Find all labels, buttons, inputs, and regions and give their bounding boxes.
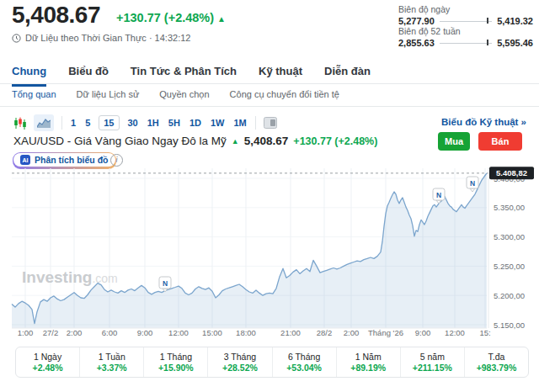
perf-label: 1 Tuần [99, 352, 125, 362]
chart-title: XAU/USD - Giá Vàng Giao Ngay Đô la Mỹ [13, 135, 227, 147]
news-marker-letter: N [163, 279, 168, 288]
timeframe-1[interactable]: 1 [70, 116, 77, 130]
perf-label: 6 Tháng [288, 352, 320, 362]
chart-price-change: +130.77 (+2.48%) [293, 135, 377, 147]
subtab-quyen-chon[interactable]: Quyền chọn [159, 89, 209, 105]
time-axis-label: 2:00 [67, 328, 83, 337]
tabs-divider [0, 83, 539, 84]
perf-value: +3.37% [97, 363, 127, 373]
day-range: Biên độ ngày 5,277.90 5,419.32 [398, 4, 533, 26]
area-chart-type-button[interactable] [34, 114, 54, 131]
clock-icon [12, 34, 21, 43]
watermark: Investing.com [22, 268, 118, 286]
toolbar-divider-2 [255, 116, 256, 130]
sell-button[interactable]: Bán [478, 132, 522, 151]
perf-max[interactable]: T.đa +983.79% [464, 347, 528, 377]
realtime-row: Dữ Liệu theo Thời Gian Thực · 14:32:12 [12, 33, 190, 43]
performance-table: 1 Ngày +2.48% 1 Tuần +3.37% 1 Tháng +15.… [15, 347, 529, 378]
week52-range-label: Biên độ 52 tuần [398, 26, 533, 36]
perf-label: 1 Năm [355, 352, 382, 362]
time-axis-label: 12:00 [168, 328, 189, 337]
timeframe-15[interactable]: 15 [99, 115, 119, 130]
last-price: 5,408.67 [12, 2, 100, 29]
time-axis-label: 28/2 [317, 328, 333, 337]
chart-last-price: 5,408.67 [244, 135, 289, 147]
week52-range-marker [487, 40, 488, 45]
day-range-slider [440, 21, 492, 22]
perf-value: +211.15% [413, 363, 452, 373]
time-axis-label: 1:00 [18, 328, 34, 337]
price-axis-label: 5.250,00 [494, 262, 525, 271]
time-axis-label: 18:00 [236, 328, 256, 337]
perf-value: +89.19% [350, 363, 386, 373]
perf-label: T.đa [488, 352, 505, 362]
time-axis-label: 9:00 [415, 328, 431, 337]
perf-value: +2.48% [33, 363, 63, 373]
time-axis-label: 12:00 [445, 328, 465, 337]
chart-toolbar: 1 5 15 30 1H 5H 1D 1W 1M [13, 113, 277, 133]
perf-label: 1 Tháng [160, 352, 192, 362]
price-chart[interactable]: Investing.com5.400,005.350,005.300,005.2… [0, 165, 539, 343]
price-axis-label: 5.150,00 [494, 320, 525, 330]
chart-up-arrow-icon: ▲ [232, 137, 239, 146]
chart-title-row: XAU/USD - Giá Vàng Giao Ngay Đô la Mỹ ▲ … [13, 135, 377, 147]
perf-value: +983.79% [477, 363, 517, 373]
perf-label: 3 Tháng [224, 352, 256, 362]
subtab-tong-quan[interactable]: Tổng quan [12, 89, 56, 105]
price-axis-label: 5.300,00 [494, 232, 525, 241]
perf-label: 1 Ngày [34, 352, 61, 362]
price-change-text: +130.77 (+2.48%) [116, 11, 214, 24]
time-axis-label: 15: [479, 328, 490, 337]
last-price-tag-label: 5.408,82 [496, 168, 527, 177]
ai-icon: AI [20, 155, 30, 165]
gold-quote-page: 5,408.67 +130.77 (+2.48%)▲ Dữ Liệu theo … [0, 0, 539, 392]
news-marker-letter: N [470, 179, 475, 188]
week52-range-high: 5,595.46 [497, 38, 533, 48]
up-arrow-icon: ▲ [217, 14, 226, 24]
time-axis-label: 9:00 [137, 328, 153, 337]
subtab-cong-cu-chuyen-doi[interactable]: Công cụ chuyển đổi tiền tệ [230, 89, 339, 105]
day-range-high: 5,419.32 [497, 16, 533, 26]
news-marker-letter: N [436, 191, 441, 199]
timeframe-30[interactable]: 30 [127, 116, 139, 130]
realtime-label: Dữ Liệu theo Thời Gian Thực · 14:32:12 [25, 33, 190, 43]
fullscreen-panel-button[interactable] [264, 117, 277, 129]
perf-value: +28.52% [222, 363, 258, 373]
price-axis-label: 5.200,00 [494, 291, 525, 300]
timeframe-1h[interactable]: 1H [147, 116, 160, 130]
ai-analysis-label: Phân tích biểu đồ [35, 155, 109, 165]
time-axis-label: 6:00 [102, 328, 118, 337]
candlestick-glyph [13, 117, 26, 130]
news-marker-tail [470, 188, 475, 192]
time-axis-label: 21:00 [280, 328, 301, 337]
perf-1-day[interactable]: 1 Ngày +2.48% [16, 347, 79, 377]
perf-label: 5 năm [420, 352, 445, 362]
time-axis-label: 2:00 [344, 328, 360, 337]
perf-1-week[interactable]: 1 Tuần +3.37% [79, 347, 143, 377]
price-axis-label: 5.350,00 [494, 203, 525, 212]
buy-button[interactable]: Mua [438, 132, 470, 151]
time-axis-label: 15:00 [202, 328, 222, 337]
week52-range-low: 2,855.63 [398, 38, 435, 48]
timeframe-1w[interactable]: 1W [210, 116, 226, 130]
timeframe-5[interactable]: 5 [84, 116, 91, 130]
subtab-du-lieu-lich-su[interactable]: Dữ liệu Lịch sử [77, 89, 140, 105]
perf-1-year[interactable]: 1 Năm +89.19% [336, 347, 400, 377]
price-change: +130.77 (+2.48%)▲ [116, 11, 226, 24]
week52-range-slider [440, 43, 492, 44]
sub-tabs: Tổng quan Dữ liệu Lịch sử Quyền chọn Côn… [12, 89, 339, 105]
subtabs-divider [0, 106, 539, 107]
perf-5-year[interactable]: 5 năm +211.15% [400, 347, 464, 377]
candlestick-chart-icon[interactable] [13, 117, 26, 130]
technical-chart-link[interactable]: Biểu đồ Kỹ thuật » [441, 117, 526, 127]
perf-3-month[interactable]: 3 Tháng +28.52% [207, 347, 271, 377]
week52-range: Biên độ 52 tuần 2,855.63 5,595.46 [398, 26, 533, 48]
timeframe-1d[interactable]: 1D [189, 116, 202, 130]
timeframe-5h[interactable]: 5H [168, 116, 181, 130]
timeframe-1m[interactable]: 1M [232, 116, 247, 130]
time-axis-label: 27/2 [43, 328, 59, 337]
perf-1-month[interactable]: 1 Tháng +15.90% [143, 347, 207, 377]
perf-6-month[interactable]: 6 Tháng +53.04% [272, 347, 336, 377]
area-chart-icon [37, 118, 51, 128]
day-range-marker [487, 18, 488, 24]
